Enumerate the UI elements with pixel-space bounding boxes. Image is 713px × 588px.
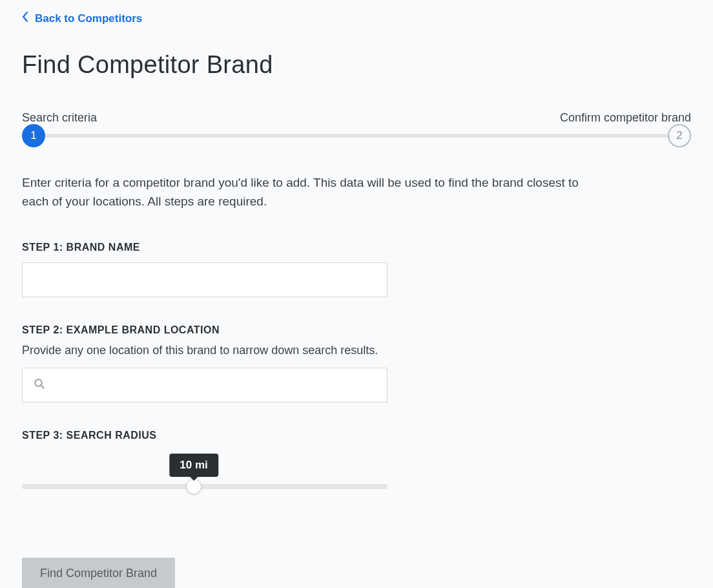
step-circle-2: 2 bbox=[668, 124, 691, 147]
find-competitor-brand-button[interactable]: Find Competitor Brand bbox=[22, 558, 175, 588]
step-1-heading: STEP 1: BRAND NAME bbox=[22, 242, 691, 253]
step-1-block: STEP 1: BRAND NAME bbox=[22, 242, 691, 297]
brand-location-input[interactable] bbox=[22, 368, 388, 403]
radius-slider-track[interactable]: 10 mi bbox=[22, 484, 388, 489]
step-3-heading: STEP 3: SEARCH RADIUS bbox=[22, 430, 691, 441]
back-to-competitors-link[interactable]: Back to Competitors bbox=[22, 12, 142, 25]
instructions-text: Enter criteria for a competitor brand yo… bbox=[22, 174, 584, 211]
stepper-track: 1 2 bbox=[34, 134, 679, 138]
step-2-subtext: Provide any one location of this brand t… bbox=[22, 344, 691, 357]
radius-slider-thumb[interactable]: 10 mi bbox=[186, 479, 202, 494]
back-link-label: Back to Competitors bbox=[35, 12, 142, 25]
page-title: Find Competitor Brand bbox=[22, 51, 691, 79]
step-circle-1: 1 bbox=[22, 124, 45, 147]
step-2-heading: STEP 2: EXAMPLE BRAND LOCATION bbox=[22, 324, 691, 336]
svg-line-1 bbox=[41, 385, 44, 388]
search-icon bbox=[34, 378, 45, 392]
brand-name-input[interactable] bbox=[22, 262, 388, 297]
progress-stepper: Search criteria Confirm competitor brand… bbox=[22, 111, 691, 138]
step-2-block: STEP 2: EXAMPLE BRAND LOCATION Provide a… bbox=[22, 324, 691, 403]
radius-tooltip: 10 mi bbox=[169, 454, 218, 477]
chevron-left-icon bbox=[22, 12, 28, 25]
step-3-block: STEP 3: SEARCH RADIUS 10 mi bbox=[22, 430, 691, 489]
stepper-label-2: Confirm competitor brand bbox=[560, 111, 691, 125]
stepper-label-1: Search criteria bbox=[22, 111, 97, 125]
